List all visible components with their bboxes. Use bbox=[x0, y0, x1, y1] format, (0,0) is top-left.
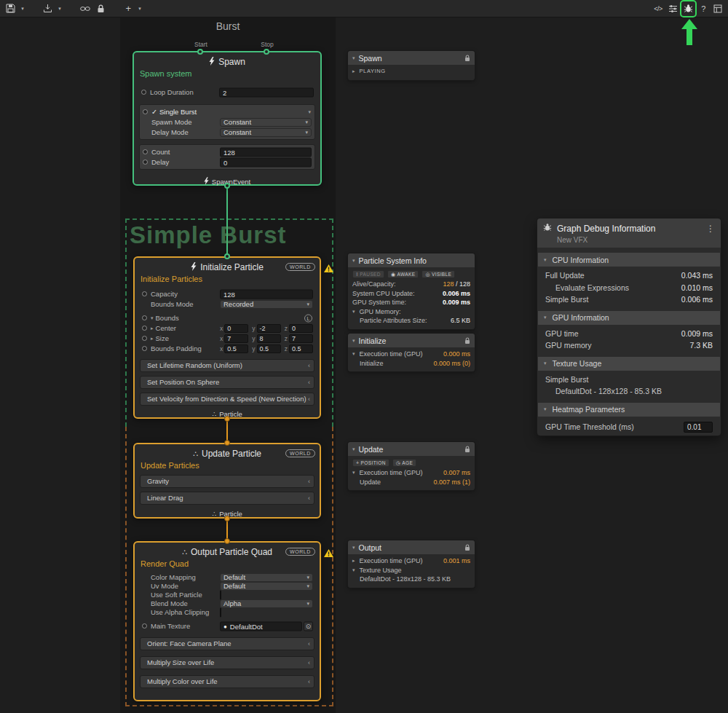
padding-x-field[interactable]: 0.5 bbox=[224, 344, 248, 353]
use-soft-particle-checkbox[interactable] bbox=[220, 590, 221, 599]
collapse-chevron-icon[interactable]: ‹ bbox=[308, 676, 310, 688]
foldout-open-icon[interactable]: ▾ bbox=[352, 566, 355, 575]
foldout-closed-icon[interactable]: ▸ bbox=[151, 326, 154, 331]
single-burst-block[interactable]: ✓ Single Burst ▾ Spawn Mode Constant▾ De… bbox=[139, 104, 315, 140]
foldout-open-icon[interactable]: ▾ bbox=[352, 350, 355, 359]
loop-duration-port[interactable] bbox=[141, 90, 146, 95]
options-icon[interactable] bbox=[712, 2, 724, 15]
world-badge[interactable]: WORLD bbox=[285, 263, 315, 271]
bounds-mode-dropdown[interactable]: Recorded▾ bbox=[220, 300, 313, 309]
lock-icon[interactable] bbox=[464, 446, 470, 453]
foldout-closed-icon[interactable]: ▸ bbox=[352, 556, 355, 566]
initialize-context-node[interactable]: Initialize Particle WORLD Initialize Par… bbox=[133, 256, 321, 419]
warning-icon[interactable] bbox=[324, 262, 333, 275]
size-x-field[interactable]: 7 bbox=[224, 334, 248, 343]
block-multiply-size[interactable]: Multiply Size over Life‹ bbox=[140, 656, 314, 669]
collapse-chevron-icon[interactable]: ‹ bbox=[308, 638, 310, 650]
delay-mode-dropdown[interactable]: Constant▾ bbox=[220, 128, 312, 137]
cpu-information-section[interactable]: ▾ CPU Information bbox=[538, 253, 720, 267]
update-input-port[interactable] bbox=[224, 440, 230, 446]
kebab-menu-icon[interactable]: ⋮ bbox=[706, 224, 715, 234]
spawn-overlay-header[interactable]: ▾ Spawn bbox=[348, 51, 475, 65]
local-space-toggle[interactable]: L bbox=[304, 314, 312, 322]
foldout-open-icon[interactable]: ▾ bbox=[352, 338, 355, 344]
foldout-closed-icon[interactable]: ▸ bbox=[352, 67, 355, 76]
size-z-field[interactable]: 7 bbox=[289, 334, 313, 343]
code-icon[interactable]: </> bbox=[652, 2, 664, 15]
bounds-padding-port[interactable] bbox=[142, 346, 147, 351]
block-set-position[interactable]: Set Position On Sphere‹ bbox=[140, 376, 314, 389]
spawn-context-node[interactable]: Start Stop Spawn Spawn system Loop Durat… bbox=[132, 51, 322, 186]
lock-icon[interactable] bbox=[464, 544, 470, 551]
output-node-title[interactable]: ∴ Output Particle Quad WORLD bbox=[135, 547, 320, 557]
compile-settings-icon[interactable] bbox=[667, 2, 679, 15]
foldout-open-icon[interactable]: ▾ bbox=[352, 55, 355, 61]
collapse-chevron-icon[interactable]: ‹ bbox=[308, 476, 310, 487]
foldout-open-icon[interactable]: ▾ bbox=[544, 257, 547, 263]
block-gravity[interactable]: Gravity‹ bbox=[140, 475, 314, 488]
center-z-field[interactable]: 0 bbox=[289, 324, 313, 333]
foldout-open-icon[interactable]: ▾ bbox=[352, 258, 355, 264]
compile-icon[interactable] bbox=[41, 2, 54, 15]
size-port[interactable] bbox=[142, 336, 147, 341]
uv-mode-dropdown[interactable]: Default▾ bbox=[220, 582, 313, 591]
start-flow-port[interactable] bbox=[197, 49, 203, 55]
output-context-node[interactable]: ∴ Output Particle Quad WORLD Render Quad… bbox=[133, 541, 321, 701]
compile-dropdown-icon[interactable]: ▾ bbox=[57, 2, 63, 15]
delay-port[interactable] bbox=[143, 159, 148, 165]
output-input-port[interactable] bbox=[224, 538, 230, 544]
foldout-closed-icon[interactable]: ▸ bbox=[151, 336, 154, 342]
collapse-chevron-icon[interactable]: ‹ bbox=[308, 393, 310, 405]
block-linear-drag[interactable]: Linear Drag‹ bbox=[140, 492, 314, 505]
collapse-chevron-icon[interactable]: ‹ bbox=[308, 377, 310, 388]
update-context-node[interactable]: ∴ Update Particle WORLD Update Particles… bbox=[133, 443, 321, 519]
color-mapping-dropdown[interactable]: Default▾ bbox=[220, 573, 313, 582]
block-set-velocity[interactable]: Set Velocity from Direction & Speed (New… bbox=[140, 393, 314, 406]
capacity-port[interactable] bbox=[142, 291, 147, 296]
foldout-open-icon[interactable]: ▾ bbox=[544, 361, 547, 366]
spawn-node-title[interactable]: Spawn bbox=[134, 57, 320, 67]
foldout-open-icon[interactable]: ▾ bbox=[352, 545, 355, 551]
collapse-chevron-icon[interactable]: ‹ bbox=[308, 492, 310, 504]
lock-icon[interactable] bbox=[464, 337, 470, 344]
update-node-title[interactable]: ∴ Update Particle WORLD bbox=[135, 449, 320, 459]
spawn-output-port[interactable] bbox=[224, 183, 230, 189]
blend-mode-dropdown[interactable]: Alpha▾ bbox=[220, 599, 313, 608]
foldout-open-icon[interactable]: ▾ bbox=[544, 406, 547, 412]
single-burst-port[interactable] bbox=[143, 109, 148, 114]
world-badge[interactable]: WORLD bbox=[285, 449, 315, 457]
spawn-mode-dropdown[interactable]: Constant▾ bbox=[220, 118, 312, 127]
texture-usage-section[interactable]: ▾ Texture Usage bbox=[538, 357, 720, 371]
add-dropdown-icon[interactable]: ▾ bbox=[137, 2, 143, 15]
initialize-overlay-header[interactable]: ▾ Initialize bbox=[348, 334, 475, 347]
foldout-open-icon[interactable]: ▾ bbox=[544, 315, 547, 320]
gpu-information-section[interactable]: ▾ GPU Information bbox=[538, 311, 720, 325]
single-burst-header[interactable]: ✓ Single Burst ▾ bbox=[140, 107, 314, 117]
warning-icon[interactable] bbox=[324, 547, 333, 560]
main-texture-object-field[interactable]: ● DefaultDot bbox=[220, 621, 302, 631]
debug-icon[interactable] bbox=[682, 2, 695, 15]
block-set-lifetime[interactable]: Set Lifetime Random (Uniform)‹ bbox=[140, 359, 314, 372]
add-icon[interactable]: + bbox=[122, 2, 134, 15]
center-port[interactable] bbox=[142, 326, 147, 331]
padding-y-field[interactable]: 0.5 bbox=[257, 344, 281, 353]
object-picker-icon[interactable]: ⊙ bbox=[304, 621, 313, 631]
foldout-open-icon[interactable]: ▾ bbox=[352, 446, 355, 452]
graph-canvas[interactable]: Burst Simple Burst Start Stop Spawn Spaw… bbox=[0, 17, 728, 713]
size-y-field[interactable]: 8 bbox=[257, 334, 281, 343]
heatmap-parameters-section[interactable]: ▾ Heatmap Parameters bbox=[538, 403, 720, 417]
psi-header[interactable]: ▾ Particle System Info bbox=[348, 253, 475, 267]
main-texture-port[interactable] bbox=[142, 623, 147, 629]
center-x-field[interactable]: 0 bbox=[224, 324, 248, 333]
initialize-input-port[interactable] bbox=[224, 253, 230, 259]
foldout-open-icon[interactable]: ▾ bbox=[151, 315, 154, 321]
count-field[interactable]: 128 bbox=[220, 147, 312, 157]
save-icon[interactable] bbox=[4, 2, 17, 15]
chevron-down-icon[interactable]: ▾ bbox=[308, 109, 311, 115]
link-icon[interactable] bbox=[79, 2, 92, 15]
help-icon[interactable]: ? bbox=[697, 2, 709, 15]
use-alpha-clipping-checkbox[interactable] bbox=[220, 607, 221, 617]
lock-icon[interactable] bbox=[95, 2, 106, 15]
update-overlay-header[interactable]: ▾ Update bbox=[348, 442, 475, 456]
output-overlay-header[interactable]: ▾ Output bbox=[348, 540, 475, 554]
